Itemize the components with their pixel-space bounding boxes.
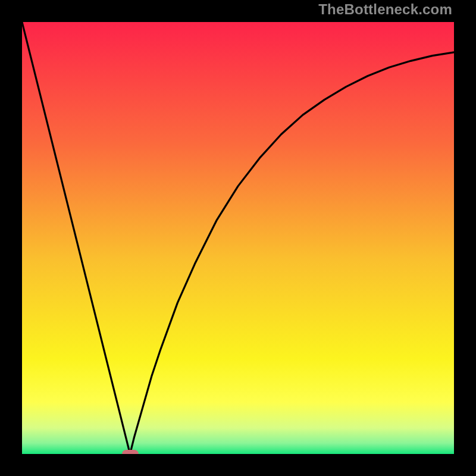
minimum-marker bbox=[122, 450, 139, 454]
watermark-text: TheBottleneck.com bbox=[318, 1, 452, 18]
plot-area bbox=[22, 22, 454, 454]
bottleneck-curve bbox=[22, 22, 454, 454]
chart-frame: TheBottleneck.com bbox=[0, 0, 476, 476]
curve-layer bbox=[22, 22, 454, 454]
